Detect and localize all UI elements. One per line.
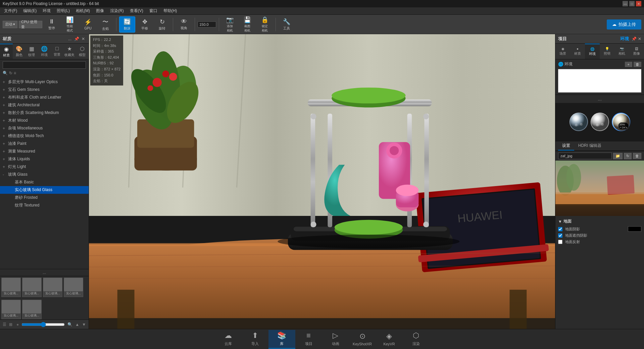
tab-favorites[interactable]: ★ 收藏夹: [63, 44, 76, 59]
tree-multi-layer[interactable]: + 多层光学 Multi-Layer Optics: [0, 78, 89, 86]
right-panel-pin[interactable]: 📌: [632, 37, 637, 41]
thumb-smoke[interactable]: 实心玻璃...: [22, 300, 42, 319]
tree-basic[interactable]: 基本 Basic: [0, 178, 89, 186]
viewport[interactable]: FPS：22.2 时间：4m 38s 采样值：365 三角形：62,404 NU…: [89, 34, 555, 329]
tab-background[interactable]: □ 背景: [51, 44, 63, 59]
tree-cloth[interactable]: + 布料和皮革 Cloth and Leather: [0, 94, 89, 101]
ground-shadow-checkbox[interactable]: [558, 227, 562, 231]
thumb-red[interactable]: 实心玻璃...: [22, 278, 42, 297]
gpu-button[interactable]: ⚡ GPU: [80, 16, 96, 33]
ground-reflect-checkbox[interactable]: [558, 240, 562, 244]
thumb-clear[interactable]: 实心玻璃...: [1, 278, 21, 297]
left-panel-pin[interactable]: 📌: [74, 36, 79, 42]
bottom-project[interactable]: ≡ 项目: [295, 330, 322, 349]
zoom-out-icon[interactable]: 🔍: [67, 322, 72, 327]
tab-color[interactable]: 🎨 颜色: [13, 44, 26, 59]
tree-paint[interactable]: + 油漆 Paint: [0, 140, 89, 148]
env-delete-button[interactable]: 🗑: [634, 62, 641, 67]
file-refresh-button[interactable]: ↻: [624, 153, 632, 159]
material-search-input[interactable]: [3, 61, 86, 69]
rotate-button[interactable]: ↻ 旋转: [154, 16, 170, 33]
tree-measured[interactable]: + 测量 Measured: [0, 148, 89, 155]
tree-scatter[interactable]: + 散射介质 Scattering Medium: [0, 109, 89, 117]
left-panel-more[interactable]: ...: [67, 36, 72, 42]
tab-material-right[interactable]: ● 材质: [570, 44, 585, 59]
subtab-settings[interactable]: 设置: [558, 141, 574, 151]
tree-misc[interactable]: + 杂项 Miscellaneous: [0, 124, 89, 132]
minimize-button[interactable]: —: [623, 1, 628, 6]
menu-file[interactable]: 文件(F): [1, 7, 20, 14]
thumb-red2[interactable]: 实心玻璃...: [64, 278, 83, 297]
size-slider[interactable]: [21, 322, 65, 327]
thumb-dark[interactable]: 实心玻璃...: [43, 278, 62, 297]
nav-down-icon[interactable]: ▼: [82, 322, 86, 327]
pan-button[interactable]: ✥ 平移: [137, 16, 153, 33]
bottom-keyshotxr[interactable]: ⊙ KeyShotXR: [349, 330, 376, 349]
tree-arch[interactable]: + 建筑 Architectural: [0, 101, 89, 109]
refresh-icon[interactable]: ↻: [9, 71, 12, 75]
menu-help[interactable]: 帮助(H): [161, 7, 180, 14]
thumb-gold[interactable]: 实心玻璃...: [1, 300, 21, 319]
subtab-hdri-editor[interactable]: HDRI 编辑器: [574, 141, 605, 151]
hdri-ball-2[interactable]: [591, 113, 609, 132]
save-camera-button[interactable]: 💾 截图相机: [239, 16, 255, 33]
tools-button[interactable]: 🔧 工具: [279, 16, 295, 33]
bottom-render[interactable]: ⬡ 渲染: [403, 330, 430, 349]
env-add-button[interactable]: +: [625, 62, 632, 67]
file-delete-button[interactable]: 🗑: [633, 153, 641, 159]
grid-view-icon[interactable]: ⊞: [9, 322, 12, 327]
add-camera-button[interactable]: 📷 添加相机: [222, 16, 238, 33]
menu-image[interactable]: 图像: [93, 7, 107, 14]
ground-shadow-color[interactable]: [628, 226, 641, 232]
lock-camera-button[interactable]: 🔒 锁定相机: [257, 16, 273, 33]
sort-icon[interactable]: ≡: [14, 71, 16, 75]
cloud-upload-button[interactable]: ☁ 拍摄上传: [607, 19, 641, 30]
file-browse-button[interactable]: 📁: [613, 153, 623, 159]
tab-image-right[interactable]: 🖼 图像: [629, 44, 644, 59]
tab-model[interactable]: ⬡ 模型: [76, 44, 89, 59]
tab-scene[interactable]: ◉ 场景: [555, 44, 570, 59]
tree-glass[interactable]: - 玻璃 Glass: [0, 171, 89, 178]
cpu-dropdown[interactable]: CPU 使用量: [19, 21, 42, 28]
tab-env-right[interactable]: 🌐 环境: [585, 44, 600, 59]
tree-more-icon[interactable]: ...: [43, 270, 46, 275]
start-dropdown[interactable]: 启动▾: [3, 21, 17, 28]
tree-solid-glass[interactable]: 实心玻璃 Solid Glass: [0, 186, 89, 194]
hdri-ball-1[interactable]: [569, 113, 588, 132]
tab-environment[interactable]: 🌐 环境: [38, 44, 51, 59]
menu-render[interactable]: 渲染(R): [107, 7, 127, 14]
view-button[interactable]: 👁 视角: [176, 16, 192, 33]
menu-edit[interactable]: 编辑(E): [20, 7, 39, 14]
ground-occ-checkbox[interactable]: [558, 233, 562, 238]
nav-up-icon[interactable]: ▲: [75, 322, 79, 327]
right-panel-close[interactable]: ✕: [638, 37, 641, 41]
tab-material[interactable]: ◉ 材质: [0, 44, 13, 59]
tree-light[interactable]: + 灯光 Light: [0, 163, 89, 171]
menu-camera[interactable]: 相机(M): [73, 7, 93, 14]
menu-window[interactable]: 窗口: [147, 7, 160, 14]
tab-texture[interactable]: ▦ 纹理: [25, 44, 38, 59]
tree-gem[interactable]: + 宝石 Gem Stones: [0, 86, 89, 94]
left-panel-close[interactable]: ✕: [81, 36, 86, 42]
close-button[interactable]: ✕: [636, 1, 641, 6]
bottom-library[interactable]: 📚 库: [268, 330, 295, 349]
tree-moldtech[interactable]: + 槽德道纹 Mold-Tech: [0, 132, 89, 140]
menu-env[interactable]: 环境: [40, 7, 53, 14]
list-view-icon[interactable]: ☰: [3, 322, 6, 327]
file-name-input[interactable]: [558, 153, 612, 159]
tree-frosted[interactable]: 磨砂 Frosted: [0, 194, 89, 201]
bottom-cloud-library[interactable]: ☁ 云库: [215, 330, 242, 349]
hdri-ball-3[interactable]: 35%+ DK's: [612, 113, 630, 132]
pause-button[interactable]: ⏸ 暂停: [44, 16, 60, 33]
tab-lighting[interactable]: 💡 照明: [600, 44, 614, 59]
moblur-button[interactable]: 〜 去焰: [97, 16, 113, 33]
tree-wood[interactable]: + 木材 Wood: [0, 117, 89, 124]
maximize-button[interactable]: □: [629, 1, 635, 6]
tumble-button[interactable]: 🔄 翻滚: [119, 16, 135, 33]
tab-camera-right[interactable]: 📷 相机: [614, 44, 629, 59]
bottom-import[interactable]: ⬆ 导入: [242, 330, 268, 349]
menu-light[interactable]: 照明(L): [54, 7, 72, 14]
perf-mode-button[interactable]: 📊 性能模式: [61, 16, 79, 33]
menu-view[interactable]: 查看(V): [127, 7, 146, 14]
tree-liquids[interactable]: + 液体 Liquids: [0, 155, 89, 163]
